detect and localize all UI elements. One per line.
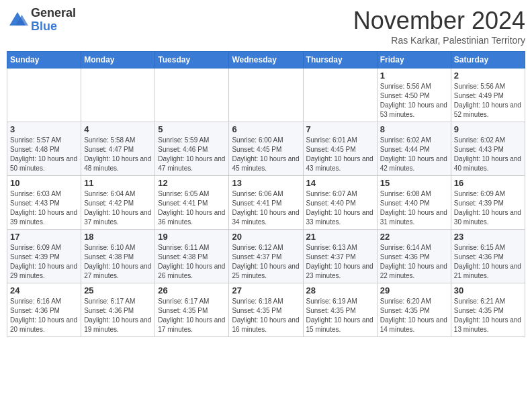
day-info: Sunrise: 6:03 AM Sunset: 4:43 PM Dayligh…	[10, 189, 78, 227]
calendar-cell: 15Sunrise: 6:08 AM Sunset: 4:40 PM Dayli…	[377, 176, 451, 230]
day-number: 21	[306, 232, 374, 242]
day-number: 23	[454, 232, 522, 242]
day-number: 1	[380, 71, 448, 81]
logo-icon	[7, 9, 28, 31]
day-info: Sunrise: 6:06 AM Sunset: 4:41 PM Dayligh…	[232, 189, 300, 227]
day-info: Sunrise: 6:10 AM Sunset: 4:38 PM Dayligh…	[84, 243, 152, 281]
day-number: 20	[232, 232, 300, 242]
calendar-cell: 11Sunrise: 6:04 AM Sunset: 4:42 PM Dayli…	[81, 176, 155, 230]
day-number: 13	[232, 178, 300, 188]
calendar-cell: 16Sunrise: 6:09 AM Sunset: 4:39 PM Dayli…	[451, 176, 525, 230]
calendar-cell: 8Sunrise: 6:02 AM Sunset: 4:44 PM Daylig…	[377, 122, 451, 176]
calendar-cell: 4Sunrise: 5:58 AM Sunset: 4:47 PM Daylig…	[81, 122, 155, 176]
calendar-cell: 10Sunrise: 6:03 AM Sunset: 4:43 PM Dayli…	[7, 176, 81, 230]
week-row-1: 1Sunrise: 5:56 AM Sunset: 4:50 PM Daylig…	[7, 68, 525, 122]
day-info: Sunrise: 6:11 AM Sunset: 4:38 PM Dayligh…	[158, 243, 226, 281]
calendar-cell: 28Sunrise: 6:19 AM Sunset: 4:35 PM Dayli…	[303, 283, 377, 337]
calendar-cell: 7Sunrise: 6:01 AM Sunset: 4:45 PM Daylig…	[303, 122, 377, 176]
calendar-cell	[303, 68, 377, 122]
calendar-cell: 13Sunrise: 6:06 AM Sunset: 4:41 PM Dayli…	[229, 176, 303, 230]
day-info: Sunrise: 6:00 AM Sunset: 4:45 PM Dayligh…	[232, 136, 300, 173]
day-number: 17	[10, 232, 78, 242]
day-info: Sunrise: 6:21 AM Sunset: 4:35 PM Dayligh…	[454, 297, 522, 334]
day-number: 19	[158, 232, 226, 242]
weekday-header-tuesday: Tuesday	[155, 52, 229, 68]
calendar-cell: 20Sunrise: 6:12 AM Sunset: 4:37 PM Dayli…	[229, 230, 303, 283]
weekday-header-row: SundayMondayTuesdayWednesdayThursdayFrid…	[7, 52, 525, 68]
day-number: 3	[10, 124, 78, 134]
day-info: Sunrise: 6:09 AM Sunset: 4:39 PM Dayligh…	[454, 189, 522, 227]
week-row-2: 3Sunrise: 5:57 AM Sunset: 4:48 PM Daylig…	[7, 122, 525, 176]
day-number: 5	[158, 124, 226, 134]
day-info: Sunrise: 6:07 AM Sunset: 4:40 PM Dayligh…	[306, 189, 374, 227]
day-number: 6	[232, 124, 300, 134]
day-number: 29	[380, 285, 448, 295]
day-number: 15	[380, 178, 448, 188]
weekday-header-saturday: Saturday	[451, 52, 525, 68]
calendar-cell: 17Sunrise: 6:09 AM Sunset: 4:39 PM Dayli…	[7, 230, 81, 283]
day-info: Sunrise: 6:12 AM Sunset: 4:37 PM Dayligh…	[232, 243, 300, 281]
calendar-cell: 27Sunrise: 6:18 AM Sunset: 4:35 PM Dayli…	[229, 283, 303, 337]
day-info: Sunrise: 6:16 AM Sunset: 4:36 PM Dayligh…	[10, 297, 78, 334]
day-number: 9	[454, 124, 522, 134]
location-subtitle: Ras Karkar, Palestinian Territory	[353, 35, 525, 46]
day-number: 7	[306, 124, 374, 134]
day-info: Sunrise: 6:17 AM Sunset: 4:35 PM Dayligh…	[158, 297, 226, 334]
logo-general: General	[31, 7, 76, 20]
day-info: Sunrise: 6:08 AM Sunset: 4:40 PM Dayligh…	[380, 189, 448, 227]
day-info: Sunrise: 5:56 AM Sunset: 4:49 PM Dayligh…	[454, 82, 522, 120]
day-info: Sunrise: 6:17 AM Sunset: 4:36 PM Dayligh…	[84, 297, 152, 334]
calendar-cell: 12Sunrise: 6:05 AM Sunset: 4:41 PM Dayli…	[155, 176, 229, 230]
calendar-cell: 3Sunrise: 5:57 AM Sunset: 4:48 PM Daylig…	[7, 122, 81, 176]
weekday-header-sunday: Sunday	[7, 52, 81, 68]
calendar-cell: 26Sunrise: 6:17 AM Sunset: 4:35 PM Dayli…	[155, 283, 229, 337]
day-number: 28	[306, 285, 374, 295]
week-row-4: 17Sunrise: 6:09 AM Sunset: 4:39 PM Dayli…	[7, 230, 525, 283]
day-info: Sunrise: 6:20 AM Sunset: 4:35 PM Dayligh…	[380, 297, 448, 334]
day-number: 10	[10, 178, 78, 188]
day-info: Sunrise: 5:58 AM Sunset: 4:47 PM Dayligh…	[84, 136, 152, 173]
title-block: November 2024 Ras Karkar, Palestinian Te…	[353, 7, 525, 46]
weekday-header-friday: Friday	[377, 52, 451, 68]
day-info: Sunrise: 6:09 AM Sunset: 4:39 PM Dayligh…	[10, 243, 78, 281]
logo: General Blue	[7, 7, 76, 34]
day-info: Sunrise: 6:05 AM Sunset: 4:41 PM Dayligh…	[158, 189, 226, 227]
day-number: 11	[84, 178, 152, 188]
calendar-cell	[229, 68, 303, 122]
day-number: 14	[306, 178, 374, 188]
calendar-cell: 23Sunrise: 6:15 AM Sunset: 4:36 PM Dayli…	[451, 230, 525, 283]
page-header: General Blue November 2024 Ras Karkar, P…	[7, 7, 525, 46]
day-info: Sunrise: 5:59 AM Sunset: 4:46 PM Dayligh…	[158, 136, 226, 173]
day-info: Sunrise: 6:13 AM Sunset: 4:37 PM Dayligh…	[306, 243, 374, 281]
day-number: 4	[84, 124, 152, 134]
day-number: 8	[380, 124, 448, 134]
day-number: 26	[158, 285, 226, 295]
day-number: 27	[232, 285, 300, 295]
weekday-header-thursday: Thursday	[303, 52, 377, 68]
month-title: November 2024	[353, 7, 525, 35]
day-number: 16	[454, 178, 522, 188]
logo-text: General Blue	[31, 7, 76, 34]
day-info: Sunrise: 5:57 AM Sunset: 4:48 PM Dayligh…	[10, 136, 78, 173]
day-number: 2	[454, 71, 522, 81]
calendar-cell: 14Sunrise: 6:07 AM Sunset: 4:40 PM Dayli…	[303, 176, 377, 230]
calendar-cell: 6Sunrise: 6:00 AM Sunset: 4:45 PM Daylig…	[229, 122, 303, 176]
day-info: Sunrise: 6:15 AM Sunset: 4:36 PM Dayligh…	[454, 243, 522, 281]
day-info: Sunrise: 6:01 AM Sunset: 4:45 PM Dayligh…	[306, 136, 374, 173]
day-info: Sunrise: 6:19 AM Sunset: 4:35 PM Dayligh…	[306, 297, 374, 334]
day-number: 18	[84, 232, 152, 242]
calendar-cell: 24Sunrise: 6:16 AM Sunset: 4:36 PM Dayli…	[7, 283, 81, 337]
calendar-cell: 21Sunrise: 6:13 AM Sunset: 4:37 PM Dayli…	[303, 230, 377, 283]
weekday-header-monday: Monday	[81, 52, 155, 68]
day-info: Sunrise: 6:14 AM Sunset: 4:36 PM Dayligh…	[380, 243, 448, 281]
day-info: Sunrise: 6:18 AM Sunset: 4:35 PM Dayligh…	[232, 297, 300, 334]
calendar-cell: 30Sunrise: 6:21 AM Sunset: 4:35 PM Dayli…	[451, 283, 525, 337]
calendar-table: SundayMondayTuesdayWednesdayThursdayFrid…	[7, 51, 525, 337]
calendar-cell: 22Sunrise: 6:14 AM Sunset: 4:36 PM Dayli…	[377, 230, 451, 283]
day-number: 30	[454, 285, 522, 295]
day-number: 24	[10, 285, 78, 295]
logo-blue: Blue	[31, 20, 76, 34]
weekday-header-wednesday: Wednesday	[229, 52, 303, 68]
calendar-cell: 19Sunrise: 6:11 AM Sunset: 4:38 PM Dayli…	[155, 230, 229, 283]
day-number: 12	[158, 178, 226, 188]
